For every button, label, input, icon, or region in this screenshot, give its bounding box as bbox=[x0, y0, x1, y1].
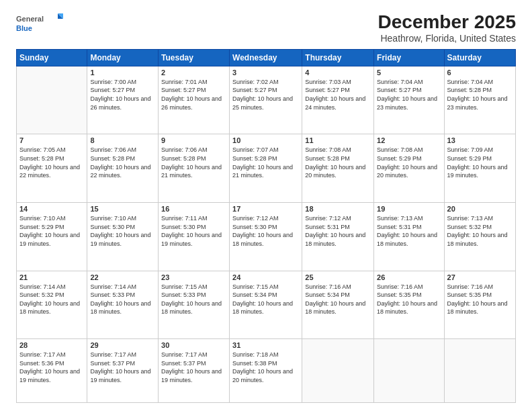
header-thursday: Thursday bbox=[302, 49, 374, 66]
day-info: Sunrise: 7:06 AMSunset: 5:28 PMDaylight:… bbox=[90, 146, 155, 179]
calendar-cell: 30Sunrise: 7:17 AMSunset: 5:37 PMDayligh… bbox=[159, 339, 230, 403]
calendar-table: Sunday Monday Tuesday Wednesday Thursday… bbox=[16, 49, 516, 403]
day-number: 24 bbox=[232, 273, 299, 281]
day-info: Sunrise: 7:07 AMSunset: 5:28 PMDaylight:… bbox=[232, 146, 299, 179]
calendar-cell bbox=[302, 339, 374, 403]
day-info: Sunrise: 7:06 AMSunset: 5:28 PMDaylight:… bbox=[161, 146, 226, 179]
calendar-cell: 27Sunrise: 7:16 AMSunset: 5:35 PMDayligh… bbox=[444, 271, 515, 339]
week-row-1: 1Sunrise: 7:00 AMSunset: 5:27 PMDaylight… bbox=[17, 66, 516, 134]
calendar-cell: 25Sunrise: 7:16 AMSunset: 5:34 PMDayligh… bbox=[302, 271, 374, 339]
day-number: 3 bbox=[232, 68, 299, 77]
day-info: Sunrise: 7:12 AMSunset: 5:31 PMDaylight:… bbox=[305, 214, 371, 248]
day-number: 11 bbox=[305, 136, 371, 144]
day-info: Sunrise: 7:10 AMSunset: 5:30 PMDaylight:… bbox=[90, 214, 155, 248]
calendar-cell: 9Sunrise: 7:06 AMSunset: 5:28 PMDaylight… bbox=[159, 134, 230, 203]
calendar-cell: 5Sunrise: 7:04 AMSunset: 5:27 PMDaylight… bbox=[374, 66, 444, 134]
calendar-cell: 20Sunrise: 7:13 AMSunset: 5:32 PMDayligh… bbox=[444, 203, 515, 271]
calendar-cell bbox=[17, 66, 87, 134]
day-number: 12 bbox=[377, 136, 441, 144]
day-number: 23 bbox=[161, 273, 226, 281]
day-info: Sunrise: 7:12 AMSunset: 5:30 PMDaylight:… bbox=[232, 214, 299, 248]
calendar-cell: 10Sunrise: 7:07 AMSunset: 5:28 PMDayligh… bbox=[230, 134, 302, 203]
week-row-5: 28Sunrise: 7:17 AMSunset: 5:36 PMDayligh… bbox=[17, 339, 516, 403]
calendar-cell bbox=[374, 339, 444, 403]
calendar-page: General Blue December 2025 Heathrow, Flo… bbox=[0, 0, 532, 411]
day-number: 27 bbox=[447, 273, 513, 281]
logo: General Blue bbox=[16, 12, 63, 36]
day-info: Sunrise: 7:05 AMSunset: 5:28 PMDaylight:… bbox=[19, 146, 84, 179]
day-number: 4 bbox=[305, 68, 371, 77]
calendar-cell: 18Sunrise: 7:12 AMSunset: 5:31 PMDayligh… bbox=[302, 203, 374, 271]
day-number: 31 bbox=[232, 341, 299, 349]
day-info: Sunrise: 7:15 AMSunset: 5:33 PMDaylight:… bbox=[161, 283, 226, 316]
calendar-cell: 2Sunrise: 7:01 AMSunset: 5:27 PMDaylight… bbox=[159, 66, 230, 134]
day-info: Sunrise: 7:03 AMSunset: 5:27 PMDaylight:… bbox=[305, 78, 371, 111]
day-info: Sunrise: 7:18 AMSunset: 5:38 PMDaylight:… bbox=[232, 351, 299, 384]
calendar-cell: 6Sunrise: 7:04 AMSunset: 5:28 PMDaylight… bbox=[444, 66, 515, 134]
day-number: 25 bbox=[305, 273, 371, 281]
day-number: 5 bbox=[377, 68, 441, 77]
month-title: December 2025 bbox=[378, 12, 516, 33]
day-info: Sunrise: 7:02 AMSunset: 5:27 PMDaylight:… bbox=[232, 78, 299, 111]
logo-svg: General Blue bbox=[16, 12, 63, 36]
calendar-cell: 21Sunrise: 7:14 AMSunset: 5:32 PMDayligh… bbox=[17, 271, 87, 339]
day-number: 28 bbox=[19, 341, 84, 349]
day-number: 9 bbox=[161, 136, 226, 144]
day-number: 2 bbox=[161, 68, 226, 77]
day-number: 13 bbox=[447, 136, 513, 144]
day-info: Sunrise: 7:15 AMSunset: 5:34 PMDaylight:… bbox=[232, 283, 299, 316]
title-block: December 2025 Heathrow, Florida, United … bbox=[378, 12, 516, 44]
calendar-cell: 15Sunrise: 7:10 AMSunset: 5:30 PMDayligh… bbox=[87, 203, 159, 271]
day-info: Sunrise: 7:13 AMSunset: 5:31 PMDaylight:… bbox=[377, 214, 441, 248]
day-number: 6 bbox=[447, 68, 513, 77]
day-number: 14 bbox=[19, 205, 84, 213]
calendar-cell: 28Sunrise: 7:17 AMSunset: 5:36 PMDayligh… bbox=[17, 339, 87, 403]
day-number: 21 bbox=[19, 273, 84, 281]
day-info: Sunrise: 7:08 AMSunset: 5:28 PMDaylight:… bbox=[305, 146, 371, 179]
calendar-cell bbox=[444, 339, 515, 403]
day-info: Sunrise: 7:16 AMSunset: 5:35 PMDaylight:… bbox=[377, 283, 441, 316]
calendar-cell: 29Sunrise: 7:17 AMSunset: 5:37 PMDayligh… bbox=[87, 339, 159, 403]
day-number: 20 bbox=[447, 205, 513, 213]
day-number: 16 bbox=[161, 205, 226, 213]
day-number: 15 bbox=[90, 205, 155, 213]
week-row-3: 14Sunrise: 7:10 AMSunset: 5:29 PMDayligh… bbox=[17, 203, 516, 271]
svg-text:Blue: Blue bbox=[16, 24, 32, 32]
day-info: Sunrise: 7:00 AMSunset: 5:27 PMDaylight:… bbox=[90, 78, 155, 111]
day-info: Sunrise: 7:09 AMSunset: 5:29 PMDaylight:… bbox=[447, 146, 513, 179]
day-info: Sunrise: 7:11 AMSunset: 5:30 PMDaylight:… bbox=[161, 214, 226, 248]
calendar-cell: 3Sunrise: 7:02 AMSunset: 5:27 PMDaylight… bbox=[230, 66, 302, 134]
day-info: Sunrise: 7:17 AMSunset: 5:37 PMDaylight:… bbox=[161, 351, 226, 384]
day-info: Sunrise: 7:16 AMSunset: 5:34 PMDaylight:… bbox=[305, 283, 371, 316]
calendar-cell: 14Sunrise: 7:10 AMSunset: 5:29 PMDayligh… bbox=[17, 203, 87, 271]
day-number: 17 bbox=[232, 205, 299, 213]
day-number: 22 bbox=[90, 273, 155, 281]
header: General Blue December 2025 Heathrow, Flo… bbox=[16, 12, 516, 44]
calendar-cell: 31Sunrise: 7:18 AMSunset: 5:38 PMDayligh… bbox=[230, 339, 302, 403]
day-info: Sunrise: 7:13 AMSunset: 5:32 PMDaylight:… bbox=[447, 214, 513, 248]
svg-text:General: General bbox=[16, 15, 44, 23]
day-info: Sunrise: 7:10 AMSunset: 5:29 PMDaylight:… bbox=[19, 214, 84, 248]
calendar-cell: 22Sunrise: 7:14 AMSunset: 5:33 PMDayligh… bbox=[87, 271, 159, 339]
calendar-cell: 12Sunrise: 7:08 AMSunset: 5:29 PMDayligh… bbox=[374, 134, 444, 203]
day-number: 30 bbox=[161, 341, 226, 349]
day-info: Sunrise: 7:04 AMSunset: 5:27 PMDaylight:… bbox=[377, 78, 441, 111]
day-number: 1 bbox=[90, 68, 155, 77]
calendar-cell: 24Sunrise: 7:15 AMSunset: 5:34 PMDayligh… bbox=[230, 271, 302, 339]
week-row-4: 21Sunrise: 7:14 AMSunset: 5:32 PMDayligh… bbox=[17, 271, 516, 339]
calendar-cell: 19Sunrise: 7:13 AMSunset: 5:31 PMDayligh… bbox=[374, 203, 444, 271]
calendar-cell: 1Sunrise: 7:00 AMSunset: 5:27 PMDaylight… bbox=[87, 66, 159, 134]
calendar-cell: 23Sunrise: 7:15 AMSunset: 5:33 PMDayligh… bbox=[159, 271, 230, 339]
header-friday: Friday bbox=[374, 49, 444, 66]
day-info: Sunrise: 7:04 AMSunset: 5:28 PMDaylight:… bbox=[447, 78, 513, 111]
day-number: 19 bbox=[377, 205, 441, 213]
calendar-cell: 17Sunrise: 7:12 AMSunset: 5:30 PMDayligh… bbox=[230, 203, 302, 271]
calendar-cell: 11Sunrise: 7:08 AMSunset: 5:28 PMDayligh… bbox=[302, 134, 374, 203]
day-number: 7 bbox=[19, 136, 84, 144]
day-info: Sunrise: 7:17 AMSunset: 5:37 PMDaylight:… bbox=[90, 351, 155, 384]
header-sunday: Sunday bbox=[17, 49, 87, 66]
day-number: 18 bbox=[305, 205, 371, 213]
header-saturday: Saturday bbox=[444, 49, 515, 66]
day-info: Sunrise: 7:14 AMSunset: 5:32 PMDaylight:… bbox=[19, 283, 84, 316]
calendar-cell: 7Sunrise: 7:05 AMSunset: 5:28 PMDaylight… bbox=[17, 134, 87, 203]
